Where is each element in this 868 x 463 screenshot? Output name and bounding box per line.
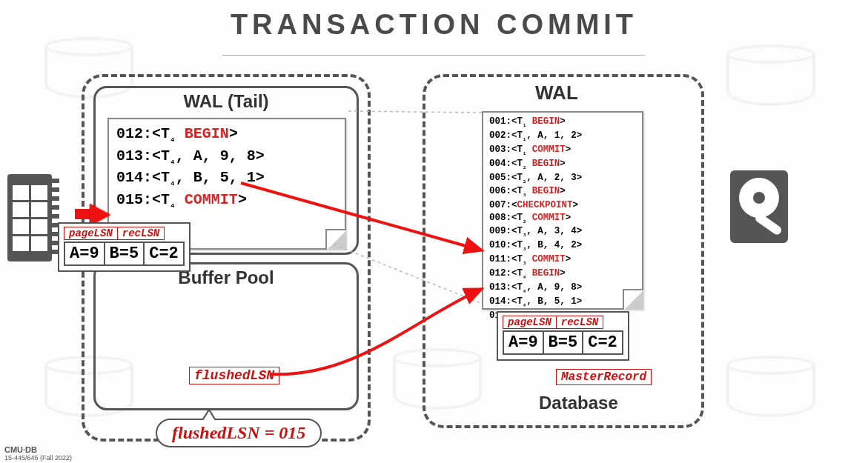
footer-course: 15-445/645 (Fall 2022): [4, 454, 72, 462]
bp-cell: B=5: [105, 243, 145, 264]
hdd-icon: [730, 170, 788, 243]
wal-tail-title: WAL (Tail): [96, 91, 357, 112]
buffer-pool-page-cells: A=9 B=5 C=2: [64, 242, 185, 266]
master-record-tag: MasterRecord: [556, 369, 652, 385]
buffer-pool-page-headers: pageLSN recLSN: [64, 227, 165, 240]
database-page: pageLSN recLSN A=9 B=5 C=2: [497, 311, 629, 361]
bp-header-cell: recLSN: [118, 227, 164, 239]
ram-icon: [7, 174, 52, 262]
footer-org: CMU·DB: [4, 445, 37, 454]
flushed-lsn-bubble: flushedLSN = 015: [156, 419, 322, 447]
buffer-pool-page: pageLSN recLSN A=9 B=5 C=2: [58, 222, 191, 272]
db-cell: A=9: [504, 332, 544, 353]
bp-cell: A=9: [65, 243, 105, 264]
page-title: TRANSACTION COMMIT: [0, 9, 868, 41]
bp-cell: C=2: [145, 243, 183, 264]
flushed-lsn-tag: flushedLSN: [189, 367, 279, 384]
database-page-headers: pageLSN recLSN: [503, 316, 603, 329]
db-cell: B=5: [544, 332, 584, 353]
db-header-cell: pageLSN: [503, 316, 557, 328]
wal-title: WAL: [535, 81, 578, 104]
footer: CMU·DB 15-445/645 (Fall 2022): [4, 445, 72, 462]
db-header-cell: recLSN: [557, 316, 603, 328]
database-title: Database: [539, 393, 618, 413]
bp-header-cell: pageLSN: [64, 227, 118, 239]
db-cell: C=2: [583, 332, 622, 353]
current-lsn-arrow-icon: [75, 209, 90, 219]
buffer-pool-panel: Buffer Pool: [93, 262, 359, 410]
database-page-cells: A=9 B=5 C=2: [503, 330, 623, 355]
title-rule: [222, 55, 645, 56]
wal-disk-log: 001:<T₁ BEGIN>002:<T₁, A, 1, 2>003:<T₁ C…: [482, 111, 643, 310]
